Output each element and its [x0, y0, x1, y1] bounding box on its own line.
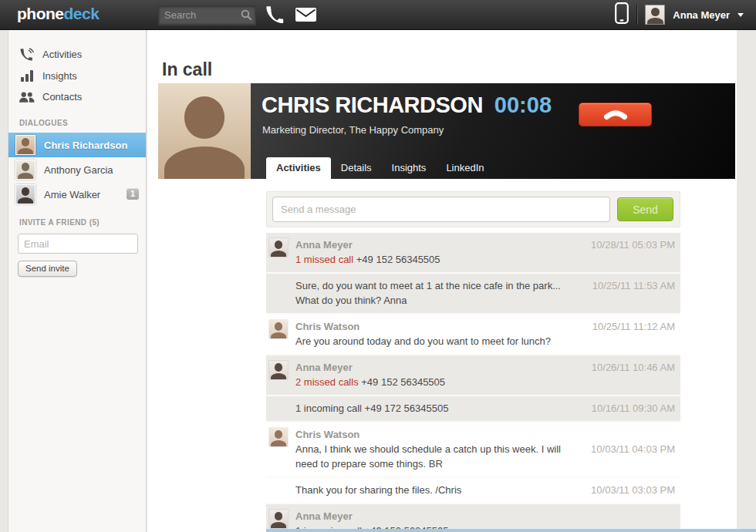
- feed-message: Sure, do you want to meet at 1 at the ni…: [295, 278, 577, 308]
- feed-sender-name: Anna Meyer: [295, 509, 673, 524]
- timestamp: 10/25/11 11:53 AM: [592, 278, 675, 293]
- feed-item: Anna Meyer1 incoming call +49 152 563455…: [266, 503, 680, 532]
- bottom-scroll-edge: [266, 529, 756, 532]
- timestamp: 10/28/11 05:03 PM: [591, 237, 675, 252]
- sidebar-item-label: Contacts: [42, 91, 82, 103]
- timestamp: 10/26/11 10:46 AM: [592, 360, 675, 375]
- mail-icon[interactable]: [295, 8, 316, 25]
- avatar: [15, 135, 35, 155]
- logo-deck: deck: [64, 5, 100, 22]
- timestamp: 10/03/11 03:03 PM: [591, 483, 675, 497]
- hang-up-icon: [602, 107, 629, 123]
- divider: [636, 5, 637, 25]
- avatar: [15, 160, 35, 180]
- timestamp: 10/03/11 04:03 PM: [591, 442, 675, 456]
- sidebar: Activities Insights Contacts DIALOGUES C…: [8, 30, 147, 532]
- feed-message: 2 missed calls +49 152 56345505: [295, 375, 577, 389]
- dialogue-item-chris-richardson[interactable]: Chris Richardson: [8, 133, 146, 157]
- sidebar-nav: Activities Insights Contacts: [8, 30, 146, 107]
- sidebar-item-label: Activities: [42, 49, 82, 60]
- feed-message: 1 missed call +49 152 56345505: [295, 252, 577, 267]
- call-timer: 00:08: [494, 93, 552, 118]
- top-bar: phonedeck Anna Meyer: [0, 0, 756, 30]
- dialogues-list: Chris Richardson Anthony Garcia Amie Wal…: [8, 133, 146, 207]
- mobile-phone-icon[interactable]: [615, 2, 629, 27]
- sidebar-item-label: Insights: [42, 70, 77, 82]
- tab-linkedin[interactable]: LinkedIn: [436, 157, 494, 179]
- missed-call-label: 1 missed call: [295, 254, 353, 265]
- dialogue-name: Amie Walker: [44, 189, 100, 200]
- hang-up-button[interactable]: [579, 103, 652, 126]
- activity-feed: Anna Meyer1 missed call +49 152 56345505…: [266, 233, 680, 532]
- page-title: In call: [162, 59, 212, 80]
- search-box: [158, 5, 256, 25]
- chevron-down-icon[interactable]: [737, 13, 744, 17]
- avatar: [15, 184, 35, 204]
- send-invite-button[interactable]: Send invite: [18, 261, 77, 277]
- main-content: In call CHRIS RICHARDSON 00:08 Marketing…: [147, 30, 737, 532]
- contact-job-title: Marketing Director, The Happy Company: [262, 124, 444, 136]
- sidebar-item-insights[interactable]: Insights: [8, 66, 146, 86]
- feed-message: Thank you for sharing the files. /Chris: [295, 483, 577, 497]
- call-banner: CHRIS RICHARDSON 00:08 Marketing Directo…: [158, 83, 735, 179]
- unread-count-badge: 1: [127, 188, 139, 200]
- feed-item: Anna Meyer2 missed calls +49 152 5634550…: [266, 354, 680, 395]
- invite-header: INVITE A FRIEND (5): [8, 207, 146, 232]
- phone-icon[interactable]: [266, 5, 285, 27]
- call-banner-panel: CHRIS RICHARDSON 00:08 Marketing Directo…: [251, 83, 735, 179]
- dialogue-item-amie-walker[interactable]: Amie Walker 1: [8, 182, 146, 207]
- feed-message: Anna, I think we should schedule a catch…: [295, 442, 577, 471]
- feed-sender-name: Chris Watson: [295, 427, 673, 442]
- feed-item: 1 incoming call +49 172 5634550510/16/11…: [266, 395, 680, 421]
- dialogue-name: Anthony Garcia: [44, 164, 113, 176]
- search-input[interactable]: [159, 6, 243, 24]
- search-icon[interactable]: [241, 9, 252, 21]
- contact-name: CHRIS RICHARDSON: [262, 93, 483, 118]
- message-input[interactable]: [272, 197, 610, 222]
- app-logo[interactable]: phonedeck: [17, 5, 99, 23]
- avatar: [269, 361, 288, 379]
- feed-message: 1 incoming call +49 172 56345505: [295, 401, 577, 416]
- dialogue-name: Chris Richardson: [44, 140, 127, 151]
- bar-chart-icon: [19, 70, 35, 82]
- user-avatar[interactable]: [645, 5, 665, 25]
- tab-insights[interactable]: Insights: [382, 157, 437, 179]
- feed-message: Are you around today and do you want to …: [295, 334, 577, 348]
- avatar: [269, 238, 288, 257]
- avatar: [269, 428, 288, 446]
- timestamp: 10/16/11 09:30 AM: [592, 401, 675, 416]
- user-name[interactable]: Anna Meyer: [673, 9, 730, 21]
- feed-item: Chris WatsonAnna, I think we should sche…: [266, 421, 680, 476]
- avatar: [269, 510, 288, 528]
- tab-bar: Activities Details Insights LinkedIn: [266, 157, 494, 179]
- feed-item: Anna Meyer1 missed call +49 152 56345505…: [266, 233, 680, 272]
- compose-bar: Send: [266, 191, 680, 227]
- dialogues-header: DIALOGUES: [8, 107, 146, 133]
- feed-item: Thank you for sharing the files. /Chris1…: [266, 476, 680, 503]
- send-button[interactable]: Send: [617, 197, 673, 221]
- call-header: CHRIS RICHARDSON 00:08: [262, 93, 552, 118]
- tab-details[interactable]: Details: [331, 157, 382, 179]
- feed-item: Chris WatsonAre you around today and do …: [266, 313, 680, 354]
- missed-call-label: 2 missed calls: [295, 376, 359, 388]
- user-menu: Anna Meyer: [615, 0, 744, 29]
- tab-activities[interactable]: Activities: [266, 157, 331, 179]
- avatar: [269, 320, 288, 338]
- dialogue-item-anthony-garcia[interactable]: Anthony Garcia: [8, 157, 146, 182]
- contact-photo: [158, 83, 251, 179]
- phone-activity-icon: [19, 48, 35, 61]
- feed-item: Sure, do you want to meet at 1 at the ni…: [266, 272, 680, 313]
- sidebar-item-contacts[interactable]: Contacts: [8, 86, 146, 107]
- logo-phone: phone: [17, 5, 64, 22]
- sidebar-item-activities[interactable]: Activities: [8, 43, 146, 66]
- invite-email-field[interactable]: [18, 234, 138, 254]
- timestamp: 10/25/11 11:12 AM: [592, 319, 675, 334]
- people-icon: [19, 92, 35, 103]
